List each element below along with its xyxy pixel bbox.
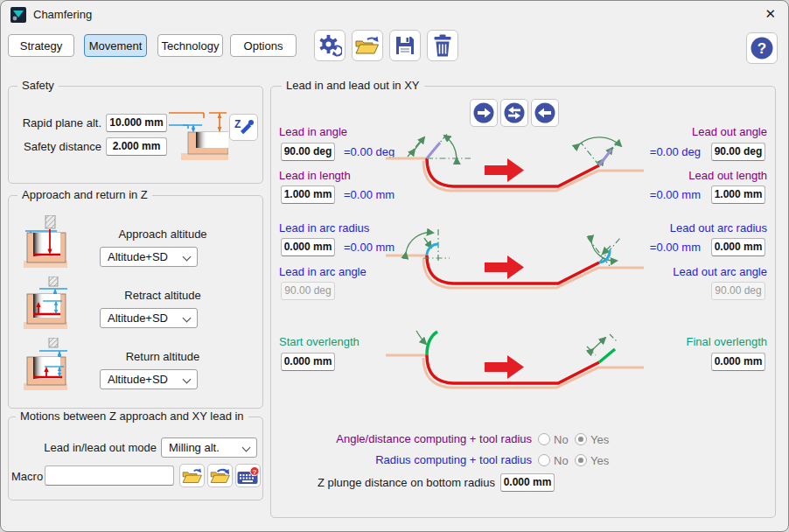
retract-altitude-icon <box>24 276 73 331</box>
return-altitude-select[interactable]: Altitude+SD <box>100 369 198 389</box>
lead-in-angle-field[interactable]: 90.00 deg <box>281 143 335 161</box>
chevron-down-icon <box>183 253 192 262</box>
trash-icon <box>433 34 452 57</box>
radius-yes-radio <box>575 454 587 466</box>
motions-group: Motions between Z approach and XY lead i… <box>8 416 263 500</box>
radius-no-label: No <box>554 454 569 467</box>
retract-altitude-label: Retract altitude <box>97 289 228 302</box>
radius-computing-label: Radius computing + tool radius <box>270 453 532 466</box>
lead-angle-diagram <box>383 130 646 213</box>
macro-reload-button[interactable] <box>207 464 233 487</box>
arrow-right-icon <box>472 102 495 124</box>
tab-strategy[interactable]: Strategy <box>8 34 74 57</box>
arrow-both-icon <box>503 102 526 124</box>
tab-movement[interactable]: Movement <box>84 34 147 57</box>
lead-in-arc-radius-field[interactable]: 0.000 mm <box>281 238 335 256</box>
titlebar: Chamfering ✕ <box>1 1 788 29</box>
return-altitude-value: Altitude+SD <box>108 373 168 386</box>
tab-technology[interactable]: Technology <box>157 34 223 57</box>
lead-arc-diagram <box>383 227 646 314</box>
leadinout-group-title: Lead in and lead out in XY <box>282 79 424 92</box>
safety-distance-field[interactable]: 2.000 mm <box>106 137 167 156</box>
help-button[interactable]: ? <box>746 32 778 64</box>
chamfering-dialog: Chamfering ✕ Strategy Movement Technolog… <box>0 0 789 532</box>
safety-distance-label: Safety distance <box>10 140 101 153</box>
radius-no-radio <box>538 454 550 466</box>
arrow-left-icon <box>534 102 556 124</box>
save-button[interactable] <box>389 30 421 61</box>
lead-out-length-field[interactable]: 1.000 mm <box>711 186 765 204</box>
angle-distance-no-label: No <box>554 433 569 446</box>
app-icon <box>10 7 26 23</box>
svg-text:?: ? <box>252 467 256 475</box>
svg-text:Z: Z <box>234 118 241 130</box>
angle-distance-yes-label: Yes <box>590 433 609 446</box>
approach-altitude-label: Approach altitude <box>97 228 228 241</box>
z-plunge-field[interactable]: 0.000 mm <box>500 473 555 492</box>
return-altitude-icon <box>24 338 73 392</box>
angle-distance-computing-label: Angle/distance computing + tool radius <box>270 432 532 445</box>
return-altitude-label: Return altitude <box>97 350 228 363</box>
lead-in-arc-angle-field: 90.00 deg <box>281 282 335 300</box>
folder-sync-icon <box>210 467 231 485</box>
lead-right-button[interactable] <box>470 99 498 127</box>
delete-button[interactable] <box>427 30 458 61</box>
lead-in-length-label: Lead in length <box>279 169 351 182</box>
chevron-down-icon <box>183 314 192 323</box>
open-folder-icon <box>182 467 203 485</box>
approach-altitude-value: Altitude+SD <box>108 250 168 263</box>
start-overlength-field[interactable]: 0.000 mm <box>281 353 335 371</box>
z-plunge-label: Z plunge distance on bottom radius <box>290 476 495 489</box>
lead-in-angle-label: Lead in angle <box>279 125 347 138</box>
angle-distance-no-radio <box>538 433 550 445</box>
safety-diagram <box>169 104 228 167</box>
window-title: Chamfering <box>33 8 92 21</box>
pick-altitude-button[interactable]: Z <box>229 114 258 141</box>
tab-options[interactable]: Options <box>230 34 297 57</box>
close-icon[interactable]: ✕ <box>765 6 776 22</box>
lead-both-button[interactable] <box>500 99 528 127</box>
start-overlength-label: Start overlength <box>279 335 360 348</box>
svg-text:?: ? <box>758 40 766 57</box>
rapid-plane-label: Rapid plane alt. <box>10 116 101 130</box>
keyboard-help-icon: ? <box>237 466 260 486</box>
approach-group-title: Approach and return in Z <box>17 188 152 201</box>
approach-altitude-icon <box>24 215 73 270</box>
lead-out-arc-angle-field: 90.00 deg <box>711 282 765 300</box>
retract-altitude-value: Altitude+SD <box>108 312 168 325</box>
overlength-diagram <box>383 326 646 410</box>
lead-mode-select[interactable]: Milling alt. <box>161 438 257 458</box>
motions-group-title: Motions between Z approach and XY lead i… <box>16 410 248 423</box>
retract-altitude-select[interactable]: Altitude+SD <box>100 308 198 328</box>
gear-sync-icon <box>318 34 342 58</box>
lead-in-length-field[interactable]: 1.000 mm <box>281 186 335 204</box>
save-icon <box>394 35 415 56</box>
lead-mode-value: Milling alt. <box>169 441 220 454</box>
macro-keyboard-button[interactable]: ? <box>235 464 261 487</box>
final-overlength-field[interactable]: 0.000 mm <box>711 353 765 371</box>
safety-group-title: Safety <box>17 79 59 92</box>
lead-out-angle-field[interactable]: 90.00 deg <box>711 143 765 161</box>
help-icon: ? <box>750 36 774 60</box>
compute-settings-button[interactable] <box>314 30 346 61</box>
rapid-plane-field[interactable]: 10.000 mm <box>106 114 167 132</box>
lead-mode-label: Lead in/lead out mode <box>27 441 157 454</box>
lead-in-arc-angle-label: Lead in arc angle <box>279 265 367 278</box>
macro-open-button[interactable] <box>179 464 205 487</box>
open-button[interactable] <box>352 30 383 61</box>
angle-distance-yes-radio <box>575 433 587 445</box>
open-folder-icon <box>355 35 380 56</box>
macro-input[interactable] <box>45 466 174 486</box>
chevron-down-icon <box>183 375 192 384</box>
macro-label: Macro <box>11 470 43 483</box>
lead-left-button[interactable] <box>531 99 559 127</box>
approach-altitude-select[interactable]: Altitude+SD <box>100 247 198 267</box>
lead-in-arc-radius-label: Lead in arc radius <box>279 221 369 234</box>
z-picker-icon: Z <box>234 117 255 138</box>
chevron-down-icon <box>242 444 251 452</box>
lead-out-arc-radius-field[interactable]: 0.000 mm <box>711 238 765 256</box>
radius-yes-label: Yes <box>590 454 609 467</box>
